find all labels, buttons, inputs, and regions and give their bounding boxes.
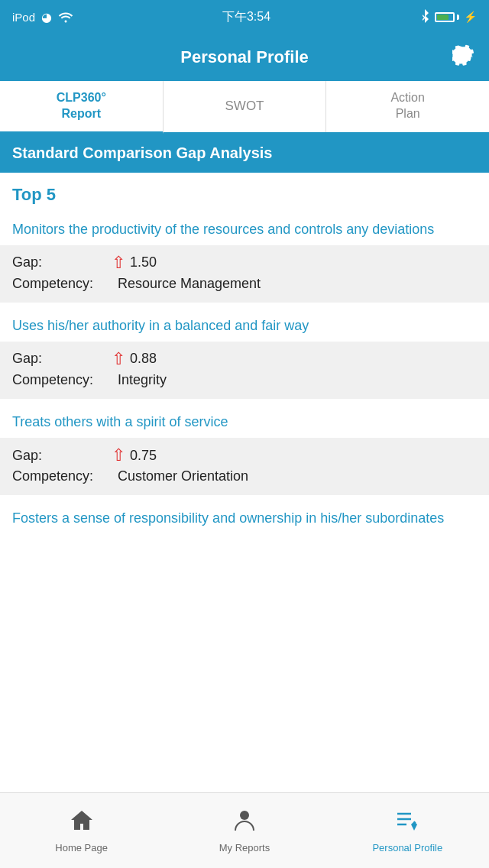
status-right: ⚡ (419, 9, 477, 24)
tab-swot-label: SWOT (225, 99, 264, 114)
gap-label: Gap: (12, 448, 112, 464)
bottom-tab-home[interactable]: Home Page (0, 800, 163, 861)
bluetooth-icon (419, 9, 430, 24)
partial-description: Fosters a sense of responsibility and ow… (12, 509, 477, 528)
home-tab-label: Home Page (55, 842, 108, 853)
item-description: Monitors the productivity of the resourc… (0, 211, 489, 245)
status-left: iPod ◕︎ (12, 10, 73, 24)
profile-tab-label: Personal Profile (372, 842, 442, 853)
competency-row: Competency: Integrity (12, 372, 477, 388)
person-icon (232, 808, 257, 839)
item-details: Gap: ⇧ 0.88 Competency: Integrity (0, 342, 489, 399)
competency-label: Competency: (12, 372, 112, 388)
competency-label: Competency: (12, 276, 112, 292)
arrow-up-icon: ⇧ (112, 351, 125, 368)
tab-action-plan[interactable]: Action Plan (326, 81, 489, 132)
gap-value: 0.88 (130, 351, 157, 367)
status-time: 下午3:54 (222, 9, 270, 25)
gap-value: 1.50 (130, 254, 157, 270)
tab-swot[interactable]: SWOT (164, 81, 327, 132)
wifi-icon-svg (58, 11, 73, 23)
item-description: Uses his/her authority in a balanced and… (0, 307, 489, 342)
edit-profile-icon (394, 808, 420, 839)
competency-row: Competency: Resource Management (12, 276, 477, 292)
tab-clp360[interactable]: CLP360° Report (0, 81, 164, 134)
top5-heading: Top 5 (0, 173, 489, 211)
nav-bar: Personal Profile (0, 34, 489, 81)
partial-item: Fosters a sense of responsibility and ow… (0, 500, 489, 528)
gap-row: Gap: ⇧ 0.88 (12, 351, 477, 368)
wifi-icon: ◕︎ (41, 10, 52, 24)
gap-row: Gap: ⇧ 0.75 (12, 447, 477, 464)
battery-indicator (435, 12, 459, 22)
content-area: Top 5 Monitors the productivity of the r… (0, 173, 489, 604)
competency-value: Integrity (118, 372, 167, 388)
list-item: Monitors the productivity of the resourc… (0, 211, 489, 303)
carrier-label: iPod (12, 11, 35, 24)
bottom-tab-bar: Home Page My Reports Personal Profile (0, 792, 489, 868)
gap-label: Gap: (12, 351, 112, 367)
home-icon (69, 808, 95, 839)
competency-value: Customer Orientation (118, 468, 248, 484)
item-details: Gap: ⇧ 0.75 Competency: Customer Orienta… (0, 438, 489, 495)
competency-value: Resource Management (118, 276, 261, 292)
bottom-tab-profile[interactable]: Personal Profile (326, 800, 489, 861)
list-item: Treats others with a spirit of service G… (0, 403, 489, 495)
status-bar: iPod ◕︎ 下午3:54 ⚡ (0, 0, 489, 34)
gap-label: Gap: (12, 254, 112, 270)
item-details: Gap: ⇧ 1.50 Competency: Resource Managem… (0, 245, 489, 303)
competency-label: Competency: (12, 468, 112, 484)
item-description: Treats others with a spirit of service (0, 403, 489, 438)
reports-tab-label: My Reports (219, 842, 270, 853)
svg-point-0 (240, 811, 249, 820)
arrow-up-icon: ⇧ (112, 254, 125, 271)
competency-row: Competency: Customer Orientation (12, 468, 477, 484)
top-tabs: CLP360° Report SWOT Action Plan (0, 81, 489, 134)
list-item: Uses his/her authority in a balanced and… (0, 307, 489, 399)
charging-icon: ⚡ (464, 11, 477, 23)
gap-value: 0.75 (130, 448, 157, 464)
arrow-up-icon: ⇧ (112, 447, 125, 464)
gear-icon[interactable] (452, 43, 477, 73)
gap-row: Gap: ⇧ 1.50 (12, 254, 477, 271)
nav-title: Personal Profile (180, 47, 309, 67)
section-header: Standard Comparison Gap Analysis (0, 134, 489, 173)
bottom-tab-reports[interactable]: My Reports (163, 800, 325, 861)
